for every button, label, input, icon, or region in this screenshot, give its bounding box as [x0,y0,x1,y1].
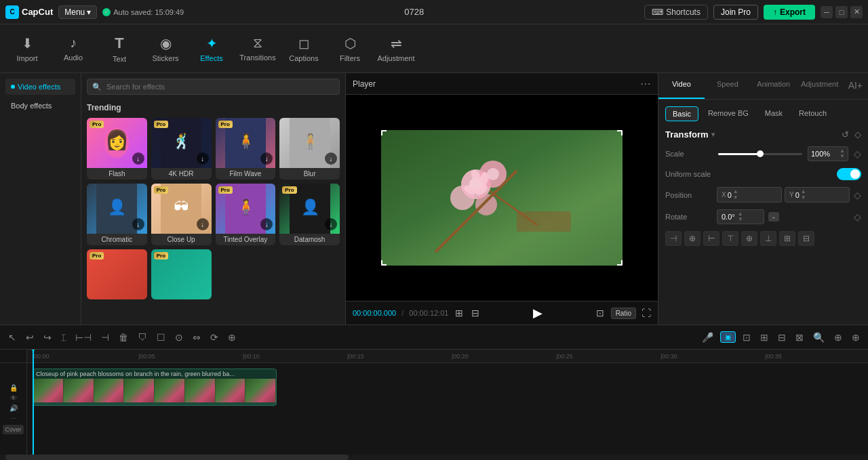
play-button[interactable]: ▶ [533,306,542,320]
reset-button[interactable]: ↺ [842,129,849,140]
effect-flash[interactable]: 👩 Pro ↓ Flash [87,118,147,180]
shortcuts-button[interactable]: ⌨ Shortcuts [644,5,708,20]
tool-adjustment[interactable]: ⇌ Adjustment [374,27,418,70]
undo-button[interactable]: ↩ [23,329,37,346]
tool-transitions[interactable]: ⧖ Transitions [236,27,279,70]
effect-row3a[interactable]: Pro [87,249,147,299]
rotate-minus-button[interactable]: - [768,212,779,222]
x-down[interactable]: ▼ [733,195,738,201]
timeline-cursor[interactable] [33,350,34,455]
box-button[interactable]: ☐ [154,329,168,346]
align-bottom[interactable]: ⊥ [760,231,776,246]
effect-row3b[interactable]: Pro [151,249,212,299]
minimize-button[interactable]: ─ [821,6,833,18]
joinpro-button[interactable]: Join Pro [713,5,758,20]
subtab-removebg[interactable]: Remove BG [701,106,755,121]
align-left[interactable]: ⊣ [665,231,682,246]
maximize-button[interactable]: □ [835,6,848,18]
options-btn[interactable]: ⋯ [10,415,17,422]
record-button[interactable]: ⊙ [172,329,186,346]
scrollbar[interactable] [0,455,868,460]
rotate-field[interactable]: 0.0° ▲ ▼ [717,209,764,224]
effect-blur[interactable]: 🧍 ↓ Blur [279,118,340,180]
x-up[interactable]: ▲ [733,189,738,194]
zoom-out[interactable]: 🔍 [810,329,827,346]
tab-speed[interactable]: Speed [705,73,751,99]
pos-y-field[interactable]: Y 0 ▲ ▼ [785,187,850,203]
tab-animation[interactable]: Animation [751,73,797,99]
align-right[interactable]: ⊢ [703,231,719,246]
clip-mode[interactable]: ▣ [720,331,736,343]
rotate-btn[interactable]: ⟳ [208,329,221,346]
scale-thumb[interactable] [757,150,764,157]
crop-button[interactable]: ⊡ [595,306,606,320]
tab-more[interactable]: AI+ [843,73,868,99]
align-top[interactable]: ⊤ [722,231,738,246]
mic-button[interactable]: 🎤 [699,329,716,346]
tool-import[interactable]: ⬇ Import [5,27,49,70]
scale-keyframe[interactable]: ◇ [854,148,861,159]
subtab-basic[interactable]: Basic [665,106,698,121]
scale-input[interactable]: 100% ▲ ▼ [808,146,848,161]
rotate-keyframe[interactable]: ◇ [854,211,861,222]
trim-end[interactable]: ⊣ [98,329,112,346]
cursor-tool[interactable]: ↖ [5,329,19,346]
subtab-mask[interactable]: Mask [758,106,789,121]
search-input[interactable] [87,79,340,95]
uniform-scale-toggle[interactable] [837,168,861,180]
y-up[interactable]: ▲ [801,189,806,194]
tool-effects[interactable]: ✦ Effects [190,27,233,70]
merge-mode[interactable]: ⊞ [757,329,771,346]
effect-datamosh[interactable]: 👤 Pro ↓ Datamosh [279,184,340,245]
effect-filmwave[interactable]: 🧍 Pro ↓ Film Wave [216,118,276,180]
more-btn[interactable]: ⊕ [225,329,239,346]
extract-mode[interactable]: ⊠ [793,329,806,346]
tool-text[interactable]: T Text [98,27,141,70]
align-dist-v[interactable]: ⊟ [798,231,814,246]
volume-btn[interactable]: 🔊 [9,404,18,412]
grid-view-button[interactable]: ⊞ [454,306,465,320]
player-menu-icon[interactable]: ⋯ [640,77,651,90]
trim-button[interactable]: ⊢⊣ [73,329,94,346]
scrollbar-thumb[interactable] [5,455,349,460]
pos-x-field[interactable]: X 0 ▲ ▼ [717,187,782,203]
tab-adjustment[interactable]: Adjustment [797,73,843,99]
align-center-h[interactable]: ⊕ [684,231,701,246]
close-button[interactable]: ✕ [850,6,863,18]
effect-4khdr[interactable]: 🕺 Pro ↓ 4K HDR [151,118,212,180]
align-dist-h[interactable]: ⊞ [779,231,795,246]
effect-closeup[interactable]: 🕶 Pro ↓ Close Up [151,184,212,245]
add-track[interactable]: ⊕ [849,329,863,346]
track-mode[interactable]: ⊡ [740,329,753,346]
effect-chromatic[interactable]: 👤 ↓ Chromatic [87,184,147,245]
link-mode[interactable]: ⊟ [775,329,789,346]
subtab-retouch[interactable]: Retouch [792,106,833,121]
fullscreen-button[interactable]: ⛶ [642,308,651,318]
lock-btn[interactable]: 🔒 [9,384,18,392]
y-down[interactable]: ▼ [801,195,806,201]
split-button[interactable]: ⌶ [58,330,68,345]
align-center-v[interactable]: ⊕ [741,231,757,246]
redo-button[interactable]: ↪ [41,329,54,346]
cover-label[interactable]: Cover [3,425,23,434]
effect-tintedoverlay[interactable]: 🧍 Pro ↓ Tinted Overlay [216,184,276,245]
tab-video[interactable]: Video [658,73,705,99]
export-button[interactable]: ↑ Export [764,5,815,20]
scale-down[interactable]: ▼ [840,154,845,159]
zoom-in[interactable]: ⊕ [831,329,845,346]
video-clip[interactable]: Closeup of pink peach blossoms on branch… [33,369,277,406]
mirror-button[interactable]: ⇔ [190,329,203,346]
tool-captions[interactable]: ◻ Captions [282,27,326,70]
menu-button[interactable]: Menu ▾ [58,5,97,19]
ratio-button[interactable]: Ratio [611,308,636,319]
position-keyframe[interactable]: ◇ [854,190,861,201]
video-effects-btn[interactable]: Video effects [5,79,75,95]
list-view-button[interactable]: ⊟ [470,306,481,320]
tool-stickers[interactable]: ◉ Stickers [144,27,187,70]
eye-btn[interactable]: 👁 [10,394,17,402]
delete-button[interactable]: 🗑 [116,329,131,346]
rotate-down[interactable]: ▼ [738,217,743,222]
keyframe-button[interactable]: ◇ [854,129,861,140]
shield-button[interactable]: ⛉ [135,329,150,346]
tool-audio[interactable]: ♪ Audio [52,27,95,70]
